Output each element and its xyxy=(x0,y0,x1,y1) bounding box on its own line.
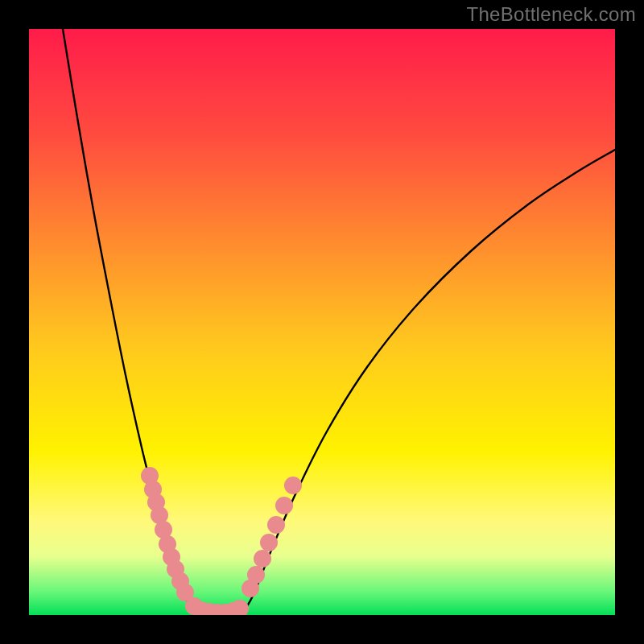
data-dots xyxy=(141,467,302,621)
data-dot xyxy=(267,516,285,534)
frame-right xyxy=(615,0,644,644)
data-dot xyxy=(284,477,302,494)
frame-left xyxy=(0,0,29,644)
data-dot xyxy=(275,497,293,514)
plot-area xyxy=(29,29,615,615)
data-dot xyxy=(254,550,271,568)
watermark-text: TheBottleneck.com xyxy=(466,3,636,26)
data-dot xyxy=(247,566,265,584)
bottleneck-curve xyxy=(29,29,615,615)
curve-path xyxy=(63,29,615,614)
data-dot xyxy=(260,534,278,551)
frame-bottom xyxy=(0,615,644,644)
